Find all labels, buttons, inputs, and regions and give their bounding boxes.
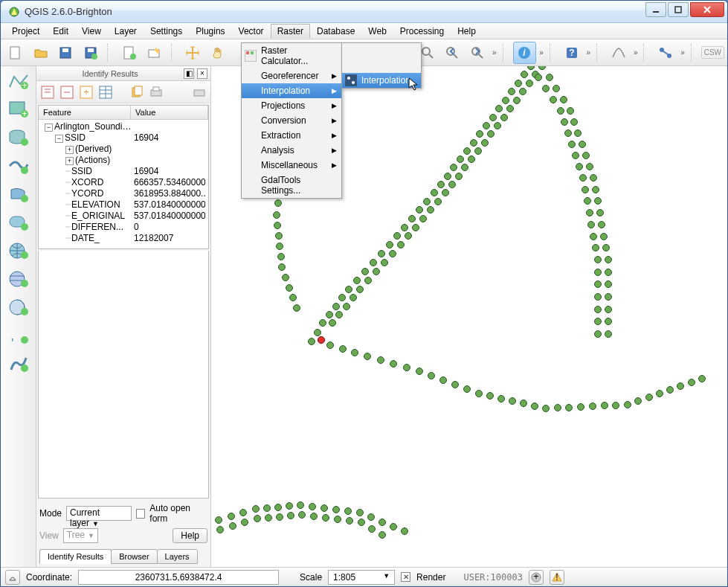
sounding-point[interactable]: [589, 402, 596, 410]
sounding-point[interactable]: [381, 259, 388, 266]
sounding-point[interactable]: [688, 379, 695, 386]
sounding-point[interactable]: [298, 511, 306, 519]
sounding-point[interactable]: [379, 519, 386, 526]
sounding-point[interactable]: [332, 506, 340, 513]
sounding-point[interactable]: [487, 130, 495, 138]
sounding-point[interactable]: [500, 114, 508, 121]
clear-results-button[interactable]: [191, 84, 207, 100]
minimize-button[interactable]: [645, 2, 666, 17]
tree-feat[interactable]: (Actions): [75, 155, 110, 165]
sounding-point[interactable]: [564, 129, 572, 137]
sounding-point[interactable]: [579, 174, 587, 182]
sounding-point[interactable]: [535, 74, 542, 81]
tree-feat[interactable]: DATE_: [71, 233, 100, 243]
sounding-point[interactable]: [215, 516, 222, 524]
sounding-point[interactable]: [546, 74, 553, 81]
sounding-point[interactable]: [596, 209, 604, 216]
sounding-point[interactable]: [338, 294, 346, 301]
sounding-point[interactable]: [483, 122, 490, 129]
sounding-point[interactable]: [553, 85, 560, 92]
sounding-point[interactable]: [434, 198, 442, 205]
sounding-point[interactable]: [229, 522, 236, 530]
sounding-point[interactable]: [319, 319, 326, 327]
add-delimited-button[interactable]: ,: [5, 324, 32, 347]
submenu-interpolation[interactable]: Interpolation: [342, 73, 421, 88]
sounding-point[interactable]: [656, 390, 663, 397]
sounding-point[interactable]: [538, 66, 546, 70]
sounding-point[interactable]: [594, 269, 602, 276]
zoom-next-button[interactable]: [466, 42, 489, 64]
sounding-point[interactable]: [293, 304, 300, 312]
add-wcs-button[interactable]: [5, 267, 32, 291]
sounding-point[interactable]: [287, 512, 294, 519]
sounding-point[interactable]: [216, 526, 224, 533]
sounding-point[interactable]: [349, 294, 357, 301]
sounding-point[interactable]: [572, 152, 579, 159]
tree-root[interactable]: Arlington_Soundin...: [54, 121, 134, 132]
histogram-button[interactable]: [607, 42, 631, 64]
sounding-point[interactable]: [645, 394, 653, 401]
graph-button[interactable]: [654, 42, 677, 64]
sounding-point[interactable]: [527, 66, 535, 70]
sounding-point[interactable]: [463, 147, 471, 155]
sounding-point[interactable]: [594, 293, 602, 301]
menu-help[interactable]: Help: [451, 24, 483, 39]
sounding-point[interactable]: [379, 531, 386, 539]
sounding-point[interactable]: [403, 364, 410, 371]
expand-tree-button[interactable]: [39, 84, 56, 100]
sounding-point[interactable]: [542, 85, 550, 92]
sounding-point[interactable]: [408, 215, 416, 222]
tree-feat[interactable]: E_ORIGINAL: [71, 211, 125, 221]
sounding-point[interactable]: [389, 250, 396, 257]
sounding-point[interactable]: [605, 318, 612, 325]
sounding-point[interactable]: [590, 174, 597, 182]
menu-web[interactable]: Web: [361, 24, 393, 39]
view-select[interactable]: Tree▼: [63, 528, 98, 543]
toolbar-overflow-2[interactable]: »: [538, 48, 545, 57]
sounding-point[interactable]: [586, 209, 593, 216]
sounding-point[interactable]: [274, 199, 282, 207]
sounding-point[interactable]: [239, 509, 247, 516]
sounding-point[interactable]: [576, 163, 583, 170]
sounding-point[interactable]: [329, 319, 336, 327]
sounding-point[interactable]: [346, 517, 353, 525]
sounding-point[interactable]: [560, 96, 567, 103]
csw-button[interactable]: CSW: [701, 46, 724, 59]
mode-select[interactable]: Current layer▼: [66, 506, 132, 521]
sounding-point[interactable]: [428, 372, 435, 379]
sounding-point[interactable]: [577, 403, 584, 411]
sounding-point[interactable]: [344, 507, 352, 515]
sounding-point[interactable]: [508, 88, 515, 95]
sounding-point[interactable]: [594, 280, 602, 288]
sounding-point[interactable]: [289, 294, 297, 301]
sounding-point[interactable]: [309, 503, 316, 510]
sounding-point[interactable]: [582, 152, 590, 159]
col-feature[interactable]: Feature: [39, 106, 131, 119]
sounding-point[interactable]: [442, 189, 449, 196]
sounding-point[interactable]: [557, 107, 564, 115]
tree-feat[interactable]: XCORD: [71, 177, 103, 187]
sounding-point[interactable]: [419, 215, 427, 222]
sounding-point[interactable]: [356, 286, 364, 293]
sounding-point[interactable]: [252, 505, 260, 513]
sounding-point[interactable]: [605, 330, 612, 338]
toolbar-overflow-3[interactable]: »: [585, 48, 593, 57]
sounding-point[interactable]: [698, 375, 706, 382]
sounding-point[interactable]: [497, 395, 505, 402]
sounding-point[interactable]: [320, 504, 328, 512]
crs-button[interactable]: [5, 570, 20, 585]
menu-raster[interactable]: Raster: [271, 24, 310, 38]
sounding-point[interactable]: [405, 232, 412, 240]
sounding-point[interactable]: [265, 514, 272, 522]
sounding-point[interactable]: [502, 97, 509, 104]
zoom-last-button[interactable]: [440, 42, 464, 64]
sounding-point[interactable]: [475, 390, 483, 397]
maximize-button[interactable]: [668, 2, 689, 17]
sounding-point[interactable]: [423, 198, 431, 205]
tab-layers[interactable]: Layers: [157, 549, 198, 564]
sounding-point[interactable]: [594, 197, 602, 205]
sounding-point[interactable]: [451, 381, 459, 388]
sounding-point[interactable]: [584, 197, 591, 205]
sounding-point[interactable]: [377, 356, 384, 364]
sounding-point[interactable]: [444, 173, 451, 180]
